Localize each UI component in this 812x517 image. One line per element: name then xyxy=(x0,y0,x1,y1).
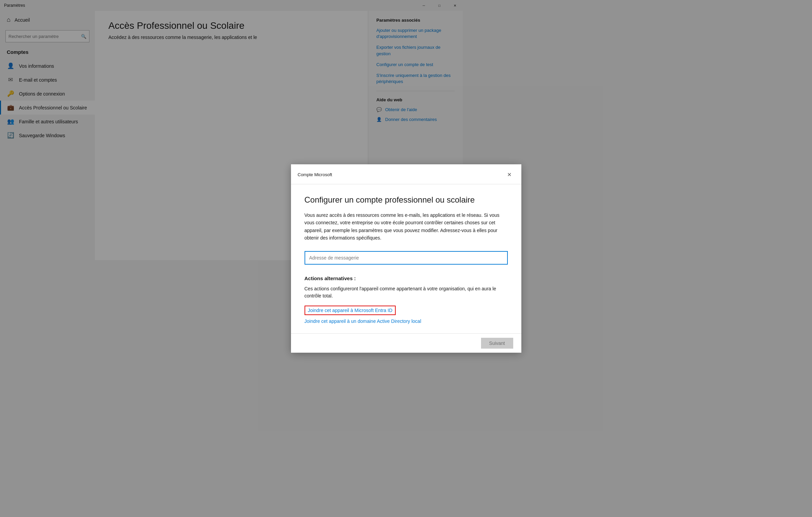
modal-heading: Configurer un compte professionnel ou sc… xyxy=(305,195,463,205)
modal-header: Compte Microsoft ✕ xyxy=(291,164,463,184)
modal-description: Vous aurez accès à des ressources comme … xyxy=(305,211,463,242)
email-input[interactable] xyxy=(305,252,463,260)
modal-overlay: Compte Microsoft ✕ Configurer un compte … xyxy=(0,0,463,260)
modal-body: Configurer un compte professionnel ou sc… xyxy=(291,184,463,260)
modal-title: Compte Microsoft xyxy=(298,172,332,177)
email-input-wrapper[interactable] xyxy=(305,251,463,260)
modal: Compte Microsoft ✕ Configurer un compte … xyxy=(291,164,463,260)
